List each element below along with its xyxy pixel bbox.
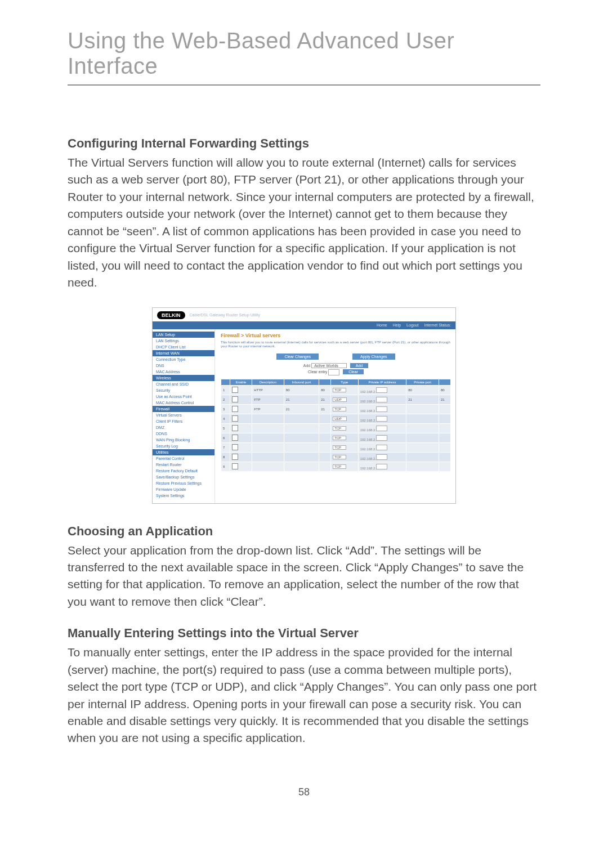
private-port-1[interactable] bbox=[406, 414, 439, 424]
inbound-port-1[interactable] bbox=[284, 462, 319, 472]
apply-changes-button[interactable]: Apply Changes bbox=[352, 354, 395, 360]
ip-input[interactable] bbox=[376, 416, 387, 422]
inbound-port-1[interactable]: 80 bbox=[284, 386, 319, 395]
sidebar-item[interactable]: System Settings bbox=[153, 493, 214, 499]
enable-checkbox[interactable] bbox=[232, 406, 238, 412]
sidebar-item[interactable]: DHCP Client List bbox=[153, 344, 214, 350]
enable-checkbox[interactable] bbox=[232, 387, 238, 393]
topbar-home[interactable]: Home bbox=[377, 323, 387, 327]
inbound-port-1[interactable] bbox=[284, 414, 319, 424]
type-dropdown[interactable]: TCP bbox=[333, 445, 346, 450]
inbound-port-1[interactable] bbox=[284, 453, 319, 462]
sidebar-item[interactable]: Restore Previous Settings bbox=[153, 480, 214, 486]
ip-input[interactable] bbox=[376, 406, 387, 412]
sidebar-item[interactable]: Security Log bbox=[153, 443, 214, 449]
private-port-1[interactable] bbox=[406, 433, 439, 443]
inbound-port-1[interactable] bbox=[284, 424, 319, 433]
description-cell[interactable]: FTP bbox=[252, 395, 284, 405]
private-port-1[interactable] bbox=[406, 443, 439, 453]
sidebar-item[interactable]: LAN Settings bbox=[153, 338, 214, 344]
sidebar-item[interactable]: Client IP Filters bbox=[153, 418, 214, 424]
ip-input[interactable] bbox=[376, 454, 387, 460]
type-dropdown[interactable]: TCP bbox=[333, 455, 346, 459]
description-cell[interactable]: HTTP bbox=[252, 386, 284, 395]
type-dropdown[interactable]: TCP bbox=[333, 436, 346, 440]
private-port-2[interactable]: 21 bbox=[439, 395, 450, 405]
sidebar-item[interactable]: DMZ bbox=[153, 424, 214, 431]
topbar-logout[interactable]: Logout bbox=[406, 323, 418, 327]
private-port-2[interactable] bbox=[439, 462, 450, 472]
private-port-1[interactable]: 80 bbox=[406, 386, 439, 395]
sidebar-item[interactable]: MAC Address bbox=[153, 369, 214, 375]
sidebar-item[interactable]: DDNS bbox=[153, 431, 214, 437]
sidebar-item[interactable]: Connection Type bbox=[153, 356, 214, 363]
inbound-port-1[interactable]: 21 bbox=[284, 405, 319, 414]
private-port-2[interactable] bbox=[439, 424, 450, 433]
topbar-help[interactable]: Help bbox=[393, 323, 401, 327]
inbound-port-2[interactable]: 21 bbox=[319, 405, 331, 414]
sidebar-item[interactable]: Restore Factory Default bbox=[153, 468, 214, 474]
private-port-1[interactable] bbox=[406, 424, 439, 433]
private-port-1[interactable] bbox=[406, 405, 439, 414]
type-dropdown[interactable]: TCP bbox=[333, 407, 346, 411]
inbound-port-2[interactable] bbox=[319, 433, 331, 443]
enable-checkbox[interactable] bbox=[232, 444, 238, 450]
private-port-2[interactable] bbox=[439, 453, 450, 462]
enable-checkbox[interactable] bbox=[232, 454, 238, 460]
sidebar-item[interactable]: Virtual Servers bbox=[153, 412, 214, 418]
inbound-port-1[interactable]: 21 bbox=[284, 395, 319, 405]
description-cell[interactable] bbox=[252, 414, 284, 424]
clear-button[interactable]: Clear bbox=[343, 369, 364, 374]
private-port-1[interactable] bbox=[406, 462, 439, 472]
enable-checkbox[interactable] bbox=[232, 396, 238, 402]
ip-input[interactable] bbox=[376, 445, 387, 450]
ip-input[interactable] bbox=[376, 426, 387, 431]
private-port-2[interactable] bbox=[439, 443, 450, 453]
inbound-port-2[interactable] bbox=[319, 414, 331, 424]
sidebar-item[interactable]: WAN Ping Blocking bbox=[153, 437, 214, 443]
sidebar-item[interactable]: Security bbox=[153, 387, 214, 393]
application-dropdown[interactable]: Active Worlds bbox=[311, 363, 347, 368]
add-button[interactable]: Add bbox=[350, 363, 368, 368]
sidebar-item[interactable]: Save/Backup Settings bbox=[153, 474, 214, 480]
inbound-port-2[interactable] bbox=[319, 424, 331, 433]
enable-checkbox[interactable] bbox=[232, 425, 238, 431]
enable-checkbox[interactable] bbox=[232, 463, 238, 469]
description-cell[interactable] bbox=[252, 462, 284, 472]
inbound-port-1[interactable] bbox=[284, 433, 319, 443]
sidebar-item[interactable]: Channel and SSID bbox=[153, 381, 214, 387]
description-cell[interactable] bbox=[252, 433, 284, 443]
inbound-port-1[interactable] bbox=[284, 443, 319, 453]
ip-input[interactable] bbox=[376, 464, 387, 469]
inbound-port-2[interactable] bbox=[319, 453, 331, 462]
private-port-1[interactable]: 21 bbox=[406, 395, 439, 405]
ip-input[interactable] bbox=[376, 397, 387, 402]
type-dropdown[interactable]: TCP bbox=[333, 388, 346, 392]
ip-input[interactable] bbox=[376, 387, 387, 393]
clear-entry-input[interactable] bbox=[328, 369, 339, 375]
inbound-port-2[interactable] bbox=[319, 462, 331, 472]
type-dropdown[interactable]: UDP bbox=[333, 397, 347, 402]
sidebar-item[interactable]: MAC Address Control bbox=[153, 400, 214, 406]
inbound-port-2[interactable] bbox=[319, 443, 331, 453]
description-cell[interactable] bbox=[252, 443, 284, 453]
enable-checkbox[interactable] bbox=[232, 435, 238, 441]
private-port-2[interactable] bbox=[439, 433, 450, 443]
type-dropdown[interactable]: TCP bbox=[333, 426, 346, 431]
private-port-2[interactable] bbox=[439, 405, 450, 414]
clear-changes-button[interactable]: Clear Changes bbox=[276, 354, 319, 360]
private-port-1[interactable] bbox=[406, 453, 439, 462]
description-cell[interactable] bbox=[252, 453, 284, 462]
type-dropdown[interactable]: TCP bbox=[333, 464, 346, 469]
sidebar-item[interactable]: Restart Router bbox=[153, 462, 214, 468]
inbound-port-2[interactable]: 80 bbox=[319, 386, 331, 395]
enable-checkbox[interactable] bbox=[232, 415, 238, 422]
sidebar-item[interactable]: Firmware Update bbox=[153, 486, 214, 493]
type-dropdown[interactable]: UDP bbox=[333, 417, 347, 421]
sidebar-item[interactable]: Parental Control bbox=[153, 455, 214, 462]
inbound-port-2[interactable]: 21 bbox=[319, 395, 331, 405]
description-cell[interactable] bbox=[252, 424, 284, 433]
private-port-2[interactable] bbox=[439, 414, 450, 424]
private-port-2[interactable]: 80 bbox=[439, 386, 450, 395]
sidebar-item[interactable]: DNS bbox=[153, 363, 214, 369]
